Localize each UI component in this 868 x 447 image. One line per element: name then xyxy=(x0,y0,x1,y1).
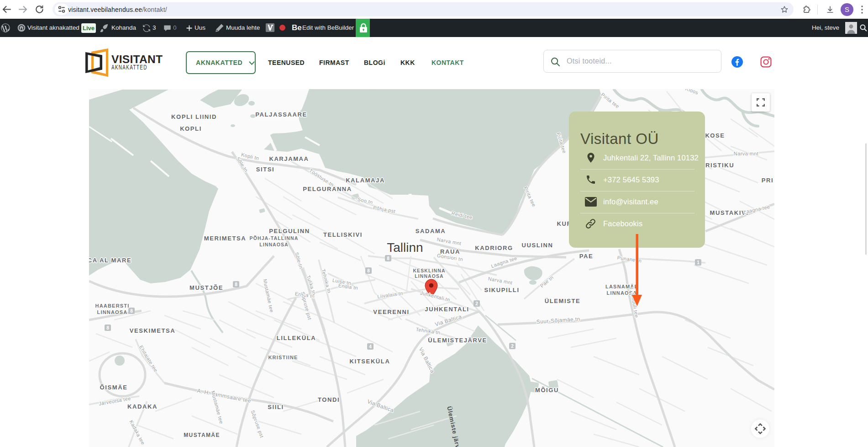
svg-text:RISTIKU: RISTIKU xyxy=(705,162,734,169)
svg-text:2: 2 xyxy=(475,301,478,306)
svg-text:HAABERSTI: HAABERSTI xyxy=(95,303,130,309)
svg-text:KRISTIINE: KRISTIINE xyxy=(268,355,298,360)
svg-text:SITSI: SITSI xyxy=(256,166,275,173)
svg-text:JUHKENTALI: JUHKENTALI xyxy=(425,306,469,313)
svg-text:TELLISKIVI: TELLISKIVI xyxy=(323,231,363,238)
svg-text:MUSTJÕE: MUSTJÕE xyxy=(189,284,223,291)
svg-text:PÕHJA-TALLINNA: PÕHJA-TALLINNA xyxy=(250,235,299,241)
svg-text:SIILI: SIILI xyxy=(268,404,284,410)
svg-text:SADAMA: SADAMA xyxy=(416,228,446,234)
svg-text:SIKUPILLI: SIKUPILLI xyxy=(484,287,519,293)
svg-text:PAE: PAE xyxy=(579,253,594,260)
svg-text:KARJAMAA: KARJAMAA xyxy=(269,155,309,162)
svg-text:ÕISMÄE: ÕISMÄE xyxy=(100,384,128,391)
svg-text:KADAKA: KADAKA xyxy=(127,403,158,410)
svg-text:4: 4 xyxy=(369,344,372,349)
svg-text:8: 8 xyxy=(367,268,370,273)
svg-text:Tallinn: Tallinn xyxy=(387,240,423,255)
svg-text:CA AL MARE: CA AL MARE xyxy=(89,257,132,264)
svg-text:TONDI: TONDI xyxy=(318,396,340,403)
svg-text:LINNAOSA: LINNAOSA xyxy=(259,242,289,247)
svg-text:KOPLI LIINID: KOPLI LIINID xyxy=(171,113,217,120)
svg-text:8: 8 xyxy=(106,325,109,330)
svg-text:UUSLINN: UUSLINN xyxy=(522,242,553,249)
svg-text:PELGULINN: PELGULINN xyxy=(269,228,310,234)
svg-text:PRI: PRI xyxy=(762,177,773,184)
svg-text:MERIMETSA: MERIMETSA xyxy=(204,235,246,242)
svg-text:8: 8 xyxy=(235,282,237,287)
svg-text:LINNAOSA: LINNAOSA xyxy=(97,309,127,315)
svg-text:KOSE: KOSE xyxy=(705,132,725,139)
svg-text:ÜLEMISTE: ÜLEMISTE xyxy=(545,298,581,304)
svg-text:KOPLI: KOPLI xyxy=(180,125,202,132)
svg-text:MÕIGU: MÕIGU xyxy=(535,387,559,394)
svg-text:8: 8 xyxy=(387,256,389,261)
svg-text:Narva mnt: Narva mnt xyxy=(734,151,758,156)
svg-text:LINNAOSA: LINNAOSA xyxy=(415,273,444,279)
svg-text:LILLEKÜLA: LILLEKÜLA xyxy=(277,335,316,341)
svg-text:KITSEKÜLA: KITSEKÜLA xyxy=(350,358,390,365)
svg-text:2: 2 xyxy=(511,344,514,349)
svg-text:KADRIORG: KADRIORG xyxy=(475,245,513,251)
svg-text:KALAMAJA: KALAMAJA xyxy=(346,177,385,184)
svg-text:ÜLEMISTEJÄRVE: ÜLEMISTEJÄRVE xyxy=(428,337,487,344)
svg-text:MUSTAMÄE: MUSTAMÄE xyxy=(184,431,220,438)
svg-text:KESKLINNA: KESKLINNA xyxy=(413,268,445,273)
svg-text:VEERENNI: VEERENNI xyxy=(373,309,409,315)
svg-text:1: 1 xyxy=(697,260,700,265)
svg-text:VESKIMETSA: VESKIMETSA xyxy=(130,327,176,334)
svg-text:PALJASSAARE: PALJASSAARE xyxy=(255,111,307,118)
svg-text:8: 8 xyxy=(130,309,133,314)
svg-text:PELGURANNA: PELGURANNA xyxy=(303,186,352,192)
